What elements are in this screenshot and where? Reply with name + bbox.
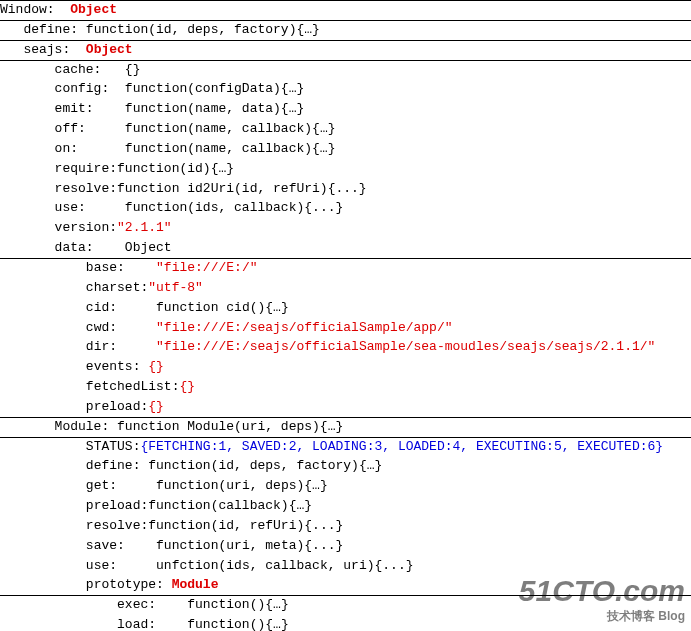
key-Mresolve: resolve: (86, 518, 148, 533)
val-cwd: "file:///E:/seajs/officialSample/app/" (156, 320, 452, 335)
row-events: events: {} (0, 358, 691, 378)
row-load: load: function(){…} (0, 616, 691, 631)
key-on: on: (55, 141, 78, 156)
row-exec: exec: function(){…} (0, 596, 691, 616)
sig-resolve: function id2Uri(id, refUri){...} (117, 181, 367, 196)
key-base: base: (86, 260, 125, 275)
sig-on: function(name, callback){…} (125, 141, 336, 156)
row-get: get: function(uri, deps){…} (0, 477, 691, 497)
key-get: get: (86, 478, 117, 493)
key-emit: emit: (55, 101, 94, 116)
sig-save: function(uri, meta){...} (156, 538, 343, 553)
sig-load: function(){…} (187, 617, 288, 631)
row-resolve: resolve:function id2Uri(id, refUri){...} (0, 180, 691, 200)
sig-config: function(configData){…} (125, 81, 304, 96)
row-save: save: function(uri, meta){...} (0, 537, 691, 557)
key-prototype: prototype: (86, 577, 164, 592)
row-preload: preload:{} (0, 398, 691, 418)
row-Mpreload: preload:function(callback){…} (0, 497, 691, 517)
key-require: require: (55, 161, 117, 176)
val-events: {} (148, 359, 164, 374)
key-window: Window: (0, 2, 55, 17)
val-STATUS: {FETCHING:1, SAVED:2, LOADING:3, LOADED:… (140, 439, 663, 454)
key-Muse: use: (86, 558, 117, 573)
val-preload: {} (148, 399, 164, 414)
key-define: define: (23, 22, 78, 37)
key-preload: preload: (86, 399, 148, 414)
key-config: config: (55, 81, 110, 96)
sig-emit: function(name, data){…} (125, 101, 304, 116)
key-Mdefine: define: (86, 458, 141, 473)
row-dir: dir: "file:///E:/seajs/officialSample/se… (0, 338, 691, 358)
type-seajs: Object (86, 42, 133, 57)
key-Mpreload: preload: (86, 498, 148, 513)
key-save: save: (86, 538, 125, 553)
key-resolve: resolve: (55, 181, 117, 196)
key-use: use: (55, 200, 86, 215)
sig-get: function(uri, deps){…} (156, 478, 328, 493)
key-cwd: cwd: (86, 320, 117, 335)
row-seajs: seajs: Object (0, 41, 691, 61)
key-fetchedList: fetchedList: (86, 379, 180, 394)
key-events: events: (86, 359, 141, 374)
key-exec: exec: (117, 597, 156, 612)
val-base: "file:///E:/" (156, 260, 257, 275)
val-cache: {} (125, 62, 141, 77)
key-Module: Module: (55, 419, 110, 434)
row-STATUS: STATUS:{FETCHING:1, SAVED:2, LOADING:3, … (0, 438, 691, 458)
key-load: load: (117, 617, 156, 631)
row-charset: charset:"utf-8" (0, 279, 691, 299)
row-data: data: Object (0, 239, 691, 259)
sig-require: function(id){…} (117, 161, 234, 176)
val-fetchedList: {} (179, 379, 195, 394)
type-prototype: Module (172, 577, 219, 592)
sig-Mpreload: function(callback){…} (148, 498, 312, 513)
type-window: Object (70, 2, 117, 17)
key-version: version: (55, 220, 117, 235)
row-use: use: function(ids, callback){...} (0, 199, 691, 219)
row-emit: emit: function(name, data){…} (0, 100, 691, 120)
row-config: config: function(configData){…} (0, 80, 691, 100)
row-window: Window: Object (0, 0, 691, 21)
sig-cid: function cid(){…} (156, 300, 289, 315)
sig-Mresolve: function(id, refUri){...} (148, 518, 343, 533)
row-off: off: function(name, callback){…} (0, 120, 691, 140)
row-cache: cache: {} (0, 61, 691, 81)
row-Mresolve: resolve:function(id, refUri){...} (0, 517, 691, 537)
row-base: base: "file:///E:/" (0, 259, 691, 279)
row-cid: cid: function cid(){…} (0, 299, 691, 319)
key-seajs: seajs: (23, 42, 70, 57)
sig-exec: function(){…} (187, 597, 288, 612)
sig-define: function(id, deps, factory){…} (86, 22, 320, 37)
key-data: data: (55, 240, 94, 255)
val-charset: "utf-8" (148, 280, 203, 295)
row-cwd: cwd: "file:///E:/seajs/officialSample/ap… (0, 319, 691, 339)
row-version: version:"2.1.1" (0, 219, 691, 239)
row-define: define: function(id, deps, factory){…} (0, 21, 691, 41)
row-Mdefine: define: function(id, deps, factory){…} (0, 457, 691, 477)
val-version: "2.1.1" (117, 220, 172, 235)
row-prototype: prototype: Module (0, 576, 691, 596)
val-dir: "file:///E:/seajs/officialSample/sea-mou… (156, 339, 655, 354)
key-dir: dir: (86, 339, 117, 354)
sig-off: function(name, callback){…} (125, 121, 336, 136)
sig-use: function(ids, callback){...} (125, 200, 343, 215)
key-STATUS: STATUS: (86, 439, 141, 454)
sig-Muse: unfction(ids, callback, uri){...} (156, 558, 413, 573)
key-cid: cid: (86, 300, 117, 315)
row-Module: Module: function Module(uri, deps){…} (0, 418, 691, 438)
row-on: on: function(name, callback){…} (0, 140, 691, 160)
row-fetchedList: fetchedList:{} (0, 378, 691, 398)
key-off: off: (55, 121, 86, 136)
sig-Mdefine: function(id, deps, factory){…} (148, 458, 382, 473)
type-data: Object (125, 240, 172, 255)
sig-Module: function Module(uri, deps){…} (117, 419, 343, 434)
key-cache: cache: (55, 62, 102, 77)
row-Muse: use: unfction(ids, callback, uri){...} (0, 557, 691, 577)
row-require: require:function(id){…} (0, 160, 691, 180)
key-charset: charset: (86, 280, 148, 295)
